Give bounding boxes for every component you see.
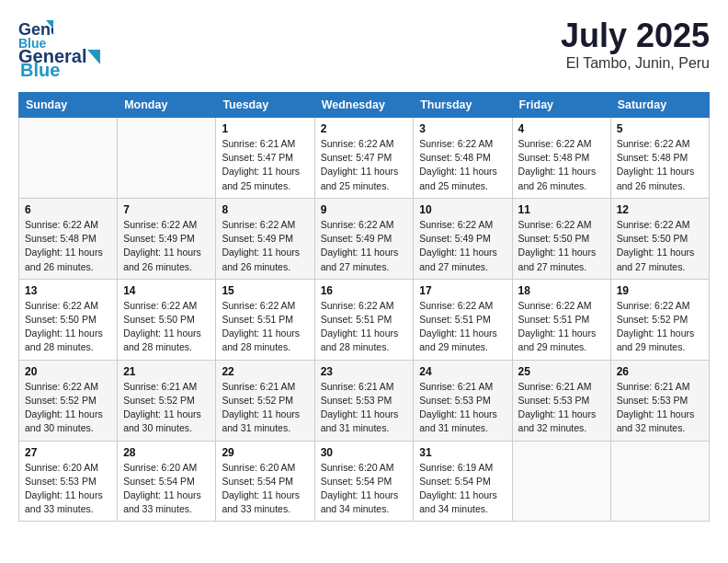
day-number: 28 — [123, 446, 210, 459]
logo-blue: Blue — [20, 60, 60, 81]
day-number: 23 — [321, 365, 408, 378]
calendar-week-row: 6 Sunrise: 6:22 AMSunset: 5:48 PMDayligh… — [19, 198, 710, 279]
day-info: Sunrise: 6:19 AMSunset: 5:54 PMDaylight:… — [419, 462, 497, 515]
day-info: Sunrise: 6:22 AMSunset: 5:48 PMDaylight:… — [617, 138, 695, 191]
day-info: Sunrise: 6:22 AMSunset: 5:50 PMDaylight:… — [617, 219, 695, 272]
calendar-cell: 14 Sunrise: 6:22 AMSunset: 5:50 PMDaylig… — [118, 279, 216, 360]
day-number: 29 — [222, 446, 308, 459]
col-monday: Monday — [118, 93, 216, 118]
day-number: 2 — [321, 122, 408, 135]
col-saturday: Saturday — [610, 93, 709, 118]
day-number: 21 — [123, 365, 210, 378]
calendar-cell: 25 Sunrise: 6:21 AMSunset: 5:53 PMDaylig… — [512, 360, 610, 441]
calendar-cell: 31 Sunrise: 6:19 AMSunset: 5:54 PMDaylig… — [414, 441, 512, 522]
day-info: Sunrise: 6:22 AMSunset: 5:49 PMDaylight:… — [321, 219, 399, 272]
day-number: 13 — [25, 284, 111, 297]
day-info: Sunrise: 6:22 AMSunset: 5:51 PMDaylight:… — [419, 300, 497, 353]
day-info: Sunrise: 6:22 AMSunset: 5:49 PMDaylight:… — [419, 219, 497, 272]
calendar-cell: 19 Sunrise: 6:22 AMSunset: 5:52 PMDaylig… — [610, 279, 709, 360]
day-number: 3 — [419, 122, 506, 135]
calendar-cell — [118, 118, 216, 199]
calendar-cell — [512, 441, 610, 522]
calendar-cell: 26 Sunrise: 6:21 AMSunset: 5:53 PMDaylig… — [610, 360, 709, 441]
day-info: Sunrise: 6:20 AMSunset: 5:53 PMDaylight:… — [25, 462, 103, 515]
calendar-cell: 13 Sunrise: 6:22 AMSunset: 5:50 PMDaylig… — [19, 279, 118, 360]
calendar-cell: 22 Sunrise: 6:21 AMSunset: 5:52 PMDaylig… — [216, 360, 314, 441]
day-info: Sunrise: 6:21 AMSunset: 5:53 PMDaylight:… — [321, 381, 399, 434]
calendar-week-row: 20 Sunrise: 6:22 AMSunset: 5:52 PMDaylig… — [19, 360, 710, 441]
calendar-cell: 16 Sunrise: 6:22 AMSunset: 5:51 PMDaylig… — [314, 279, 414, 360]
day-number: 5 — [617, 122, 703, 135]
day-number: 10 — [419, 203, 506, 216]
calendar-cell: 15 Sunrise: 6:22 AMSunset: 5:51 PMDaylig… — [216, 279, 314, 360]
day-number: 22 — [222, 365, 308, 378]
day-info: Sunrise: 6:22 AMSunset: 5:51 PMDaylight:… — [222, 300, 300, 353]
calendar-cell: 10 Sunrise: 6:22 AMSunset: 5:49 PMDaylig… — [414, 198, 512, 279]
day-info: Sunrise: 6:21 AMSunset: 5:47 PMDaylight:… — [222, 138, 300, 191]
day-info: Sunrise: 6:22 AMSunset: 5:50 PMDaylight:… — [518, 219, 597, 272]
day-info: Sunrise: 6:20 AMSunset: 5:54 PMDaylight:… — [222, 462, 300, 515]
day-info: Sunrise: 6:21 AMSunset: 5:52 PMDaylight:… — [123, 381, 201, 434]
logo-triangle-icon — [87, 50, 100, 64]
day-number: 26 — [617, 365, 703, 378]
calendar-week-row: 13 Sunrise: 6:22 AMSunset: 5:50 PMDaylig… — [19, 279, 710, 360]
day-info: Sunrise: 6:22 AMSunset: 5:49 PMDaylight:… — [123, 219, 201, 272]
page-subtitle: El Tambo, Junin, Peru — [561, 55, 710, 72]
day-number: 15 — [222, 284, 308, 297]
calendar-cell: 1 Sunrise: 6:21 AMSunset: 5:47 PMDayligh… — [216, 118, 314, 199]
title-block: July 2025 El Tambo, Junin, Peru — [561, 17, 710, 72]
calendar-cell: 9 Sunrise: 6:22 AMSunset: 5:49 PMDayligh… — [314, 198, 414, 279]
calendar-cell: 20 Sunrise: 6:22 AMSunset: 5:52 PMDaylig… — [19, 360, 118, 441]
calendar-cell: 6 Sunrise: 6:22 AMSunset: 5:48 PMDayligh… — [19, 198, 118, 279]
day-info: Sunrise: 6:20 AMSunset: 5:54 PMDaylight:… — [123, 462, 201, 515]
day-info: Sunrise: 6:22 AMSunset: 5:48 PMDaylight:… — [518, 138, 597, 191]
page: General Blue General Blue July 2025 El T… — [0, 0, 728, 563]
col-thursday: Thursday — [414, 93, 512, 118]
day-number: 27 — [25, 446, 111, 459]
calendar-cell: 8 Sunrise: 6:22 AMSunset: 5:49 PMDayligh… — [216, 198, 314, 279]
calendar-cell: 5 Sunrise: 6:22 AMSunset: 5:48 PMDayligh… — [610, 118, 709, 199]
col-sunday: Sunday — [19, 93, 118, 118]
day-info: Sunrise: 6:22 AMSunset: 5:49 PMDaylight:… — [222, 219, 300, 272]
calendar-cell: 2 Sunrise: 6:22 AMSunset: 5:47 PMDayligh… — [314, 118, 414, 199]
header: General Blue General Blue July 2025 El T… — [18, 17, 710, 81]
day-number: 19 — [617, 284, 703, 297]
calendar-week-row: 1 Sunrise: 6:21 AMSunset: 5:47 PMDayligh… — [19, 118, 710, 199]
day-number: 31 — [419, 446, 506, 459]
day-info: Sunrise: 6:22 AMSunset: 5:52 PMDaylight:… — [617, 300, 695, 353]
day-info: Sunrise: 6:20 AMSunset: 5:54 PMDaylight:… — [321, 462, 399, 515]
calendar-week-row: 27 Sunrise: 6:20 AMSunset: 5:53 PMDaylig… — [19, 441, 710, 522]
day-number: 6 — [25, 203, 111, 216]
day-number: 18 — [518, 284, 605, 297]
day-info: Sunrise: 6:21 AMSunset: 5:53 PMDaylight:… — [518, 381, 597, 434]
calendar-cell: 11 Sunrise: 6:22 AMSunset: 5:50 PMDaylig… — [512, 198, 610, 279]
calendar-cell: 23 Sunrise: 6:21 AMSunset: 5:53 PMDaylig… — [314, 360, 414, 441]
page-title: July 2025 — [561, 17, 710, 55]
calendar-cell: 24 Sunrise: 6:21 AMSunset: 5:53 PMDaylig… — [414, 360, 512, 441]
logo: General Blue General Blue — [18, 17, 101, 81]
calendar-cell: 21 Sunrise: 6:21 AMSunset: 5:52 PMDaylig… — [118, 360, 216, 441]
day-info: Sunrise: 6:22 AMSunset: 5:47 PMDaylight:… — [321, 138, 399, 191]
day-number: 11 — [518, 203, 605, 216]
svg-marker-3 — [87, 50, 100, 64]
col-wednesday: Wednesday — [314, 93, 414, 118]
day-info: Sunrise: 6:22 AMSunset: 5:50 PMDaylight:… — [123, 300, 201, 353]
day-number: 25 — [518, 365, 605, 378]
calendar-cell — [610, 441, 709, 522]
calendar-table: Sunday Monday Tuesday Wednesday Thursday… — [18, 92, 710, 522]
calendar-cell: 7 Sunrise: 6:22 AMSunset: 5:49 PMDayligh… — [118, 198, 216, 279]
calendar-cell: 4 Sunrise: 6:22 AMSunset: 5:48 PMDayligh… — [512, 118, 610, 199]
calendar-cell — [19, 118, 118, 199]
day-info: Sunrise: 6:22 AMSunset: 5:48 PMDaylight:… — [419, 138, 497, 191]
col-friday: Friday — [512, 93, 610, 118]
day-number: 16 — [321, 284, 408, 297]
day-number: 30 — [321, 446, 408, 459]
day-info: Sunrise: 6:22 AMSunset: 5:48 PMDaylight:… — [25, 219, 103, 272]
day-info: Sunrise: 6:21 AMSunset: 5:53 PMDaylight:… — [419, 381, 497, 434]
day-info: Sunrise: 6:21 AMSunset: 5:52 PMDaylight:… — [222, 381, 300, 434]
day-number: 1 — [222, 122, 308, 135]
day-number: 4 — [518, 122, 605, 135]
day-info: Sunrise: 6:22 AMSunset: 5:51 PMDaylight:… — [321, 300, 399, 353]
day-number: 17 — [419, 284, 506, 297]
calendar-cell: 17 Sunrise: 6:22 AMSunset: 5:51 PMDaylig… — [414, 279, 512, 360]
